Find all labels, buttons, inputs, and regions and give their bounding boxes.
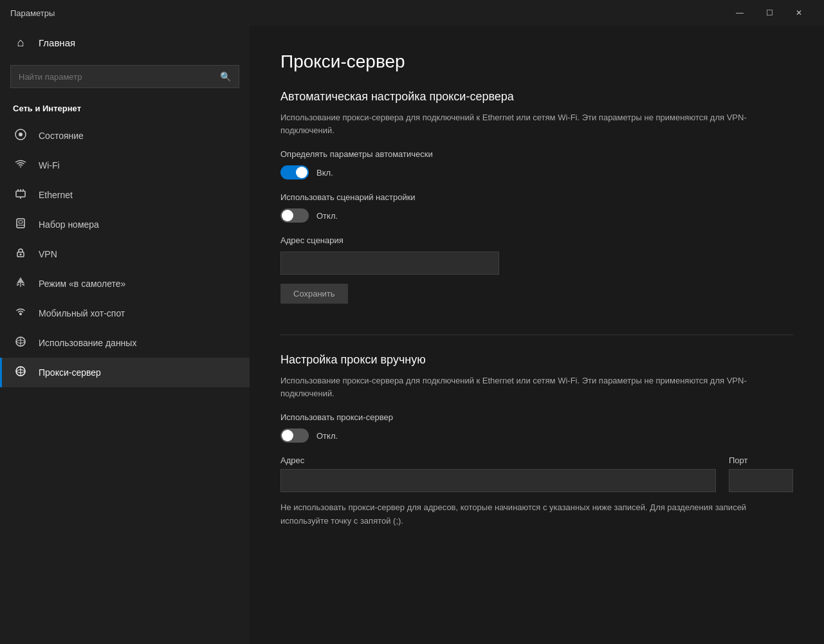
sidebar-home-button[interactable]: ⌂ Главная bbox=[0, 26, 250, 60]
proxy-port-input[interactable] bbox=[729, 469, 793, 492]
port-label: Порт bbox=[729, 455, 793, 465]
search-input[interactable] bbox=[19, 72, 220, 82]
window-title: Параметры bbox=[10, 8, 725, 18]
airplane-icon bbox=[13, 277, 28, 291]
detect-toggle[interactable] bbox=[280, 165, 309, 179]
sidebar-item-label-status: Состояние bbox=[39, 131, 84, 141]
address-group: Адрес bbox=[280, 455, 716, 492]
proxy-address-input[interactable] bbox=[280, 469, 716, 492]
scenario-toggle-row: Откл. bbox=[280, 208, 793, 223]
detect-toggle-knob bbox=[296, 167, 307, 178]
scenario-toggle[interactable] bbox=[280, 208, 309, 223]
sidebar-item-label-wifi: Wi-Fi bbox=[39, 160, 60, 170]
sidebar-section-title: Сеть и Интернет bbox=[0, 98, 250, 121]
use-proxy-label: Использовать прокси-сервер bbox=[280, 412, 793, 422]
sidebar-item-label-vpn: VPN bbox=[39, 249, 57, 259]
sidebar-item-vpn[interactable]: VPN bbox=[0, 239, 250, 269]
sidebar-item-airplane[interactable]: Режим «в самолете» bbox=[0, 269, 250, 299]
scenario-toggle-label: Откл. bbox=[316, 211, 338, 221]
wifi-icon bbox=[13, 158, 28, 172]
use-proxy-toggle-label: Откл. bbox=[316, 431, 338, 441]
manual-section-desc: Использование прокси-сервера для подключ… bbox=[280, 374, 793, 400]
detect-toggle-row: Вкл. bbox=[280, 165, 793, 179]
status-icon bbox=[13, 129, 28, 143]
use-proxy-toggle-knob bbox=[282, 430, 293, 441]
scenario-label: Использовать сценарий настройки bbox=[280, 192, 793, 202]
sidebar-item-label-dialup: Набор номера bbox=[39, 219, 99, 230]
minimize-button[interactable]: — bbox=[725, 0, 755, 26]
dialup-icon bbox=[13, 217, 28, 232]
datausage-icon bbox=[13, 336, 28, 350]
sidebar-item-proxy[interactable]: Прокси-сервер bbox=[0, 358, 250, 387]
use-proxy-toggle-row: Откл. bbox=[280, 428, 793, 443]
page-title: Прокси-сервер bbox=[280, 51, 793, 72]
search-icon: 🔍 bbox=[220, 71, 231, 82]
window-controls: — ☐ ✕ bbox=[725, 0, 814, 26]
sidebar-home-label: Главная bbox=[39, 37, 75, 48]
scenario-address-label: Адрес сценария bbox=[280, 235, 793, 245]
save-button[interactable]: Сохранить bbox=[280, 284, 348, 304]
vpn-icon bbox=[13, 247, 28, 261]
svg-rect-2 bbox=[16, 191, 25, 197]
svg-point-1 bbox=[19, 133, 23, 136]
auto-section-title: Автоматическая настройка прокси-сервера bbox=[280, 90, 793, 104]
use-proxy-toggle[interactable] bbox=[280, 428, 309, 443]
scenario-address-input[interactable] bbox=[280, 252, 499, 275]
sidebar-item-label-ethernet: Ethernet bbox=[39, 190, 73, 200]
sidebar-item-label-hotspot: Мобильный хот-спот bbox=[39, 308, 125, 318]
sidebar: ⌂ Главная 🔍 Сеть и Интернет Состояние bbox=[0, 26, 250, 644]
home-icon: ⌂ bbox=[13, 36, 28, 50]
manual-section-title: Настройка прокси вручную bbox=[280, 353, 793, 367]
auto-section-desc: Использование прокси-сервера для подключ… bbox=[280, 111, 793, 136]
app-body: ⌂ Главная 🔍 Сеть и Интернет Состояние bbox=[0, 26, 824, 644]
ethernet-icon bbox=[13, 188, 28, 202]
svg-rect-9 bbox=[19, 221, 23, 223]
main-content: Прокси-сервер Автоматическая настройка п… bbox=[250, 26, 824, 644]
proxy-icon bbox=[13, 365, 28, 380]
detect-toggle-label: Вкл. bbox=[316, 168, 333, 178]
svg-point-13 bbox=[19, 313, 22, 315]
sidebar-item-status[interactable]: Состояние bbox=[0, 121, 250, 151]
search-box[interactable]: 🔍 bbox=[10, 65, 239, 88]
sidebar-item-label-airplane: Режим «в самолете» bbox=[39, 279, 125, 289]
sidebar-item-ethernet[interactable]: Ethernet bbox=[0, 180, 250, 210]
svg-point-11 bbox=[20, 253, 22, 255]
address-label: Адрес bbox=[280, 455, 716, 465]
bottom-note: Не использовать прокси-сервер для адресо… bbox=[280, 501, 793, 528]
port-group: Порт bbox=[729, 455, 793, 492]
sidebar-item-dialup[interactable]: Набор номера bbox=[0, 210, 250, 239]
section-divider bbox=[280, 335, 793, 335]
hotspot-icon bbox=[13, 306, 28, 320]
sidebar-item-label-datausage: Использование данных bbox=[39, 338, 136, 348]
scenario-toggle-knob bbox=[282, 210, 293, 221]
sidebar-item-hotspot[interactable]: Мобильный хот-спот bbox=[0, 299, 250, 328]
sidebar-item-wifi[interactable]: Wi-Fi bbox=[0, 151, 250, 180]
close-button[interactable]: ✕ bbox=[784, 0, 814, 26]
title-bar: Параметры — ☐ ✕ bbox=[0, 0, 824, 26]
address-port-row: Адрес Порт bbox=[280, 455, 793, 492]
sidebar-item-datausage[interactable]: Использование данных bbox=[0, 328, 250, 358]
detect-label: Определять параметры автоматически bbox=[280, 149, 793, 159]
sidebar-item-label-proxy: Прокси-сервер bbox=[39, 367, 101, 378]
maximize-button[interactable]: ☐ bbox=[755, 0, 784, 26]
